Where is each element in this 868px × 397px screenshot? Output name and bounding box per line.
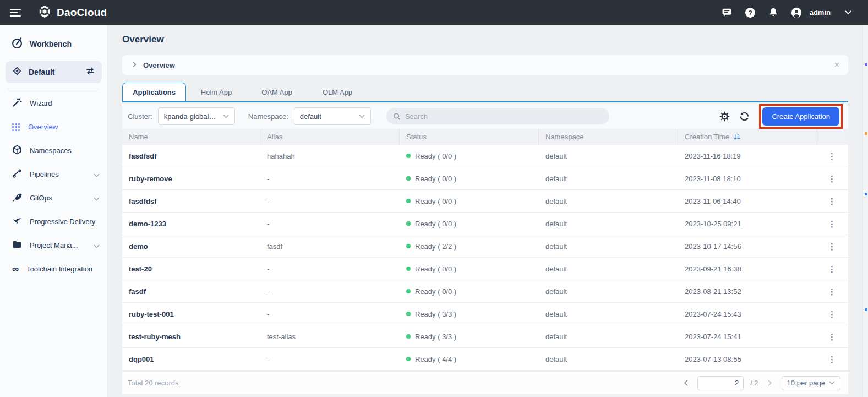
app-status: Ready ( 0/0 )	[400, 265, 539, 273]
table-row[interactable]: demo-1233 - Ready ( 0/0 ) default 2023-1…	[122, 213, 848, 235]
column-header-creation-time[interactable]: Creation Time	[678, 129, 817, 145]
close-icon[interactable]: ×	[834, 61, 839, 69]
cube-icon	[12, 145, 22, 157]
status-text: Ready ( 4/4 )	[415, 355, 456, 363]
switch-workspace-icon[interactable]	[85, 67, 95, 78]
settings-gear-icon[interactable]	[718, 110, 730, 122]
help-icon[interactable]: ?	[745, 7, 756, 18]
page-size-select[interactable]: 10 per page	[782, 376, 840, 390]
table-row[interactable]: dqp001 - Ready ( 4/4 ) default 2023-07-1…	[122, 348, 848, 371]
namespace-select[interactable]: default	[294, 107, 371, 125]
app-name[interactable]: test-20	[122, 265, 260, 273]
sidebar-item-project-management[interactable]: Project Mana...	[0, 233, 107, 257]
app-status: Ready ( 0/0 )	[400, 152, 539, 160]
create-application-button[interactable]: Create Application	[762, 107, 839, 126]
refresh-icon[interactable]	[738, 110, 750, 122]
sidebar-item-toolchain-integration[interactable]: ∞ Toolchain Integration	[0, 257, 107, 281]
kebab-menu-icon[interactable]: ⋮	[828, 287, 836, 296]
status-text: Ready ( 3/3 )	[415, 333, 456, 341]
sidebar-item-namespaces[interactable]: Namespaces	[0, 139, 107, 162]
sidebar-item-pipelines[interactable]: Pipelines	[0, 162, 107, 186]
user-menu-chevron-icon[interactable]	[843, 7, 854, 18]
column-header-alias[interactable]: Alias	[260, 129, 400, 145]
user-name[interactable]: admin	[810, 8, 831, 17]
search-box[interactable]	[386, 108, 609, 124]
kebab-menu-icon[interactable]: ⋮	[828, 220, 836, 228]
app-status: Ready ( 3/3 )	[400, 310, 539, 318]
kebab-menu-icon[interactable]: ⋮	[828, 175, 836, 183]
tab-applications[interactable]: Applications	[122, 83, 186, 101]
workbench-label: Workbench	[30, 40, 72, 48]
kebab-menu-icon[interactable]: ⋮	[828, 242, 836, 251]
table-row[interactable]: fasdf - Ready ( 0/0 ) default 2023-08-21…	[122, 280, 848, 303]
kebab-menu-icon[interactable]: ⋮	[828, 355, 836, 363]
kebab-menu-icon[interactable]: ⋮	[828, 152, 836, 160]
sidebar-item-gitops[interactable]: GitOps	[0, 186, 107, 210]
next-page-icon[interactable]	[765, 378, 775, 388]
cluster-select[interactable]: kpanda-global-clu...	[158, 107, 235, 125]
search-input[interactable]	[405, 112, 603, 121]
user-avatar[interactable]	[791, 7, 802, 18]
tab-oam-app[interactable]: OAM App	[247, 83, 307, 101]
app-name[interactable]: ruby-test-001	[122, 310, 260, 318]
sidebar-item-overview[interactable]: Overview	[0, 115, 107, 139]
chevron-down-icon	[359, 115, 365, 118]
app-name[interactable]: fasdfdsf	[122, 197, 260, 205]
table-row[interactable]: ruby-test-001 - Ready ( 3/3 ) default 20…	[122, 303, 848, 325]
app-name[interactable]: fasdf	[122, 287, 260, 296]
app-creation-time: 2023-07-24 15:43	[678, 310, 817, 318]
overview-collapse-panel[interactable]: Overview ×	[122, 55, 848, 75]
workspace-icon	[12, 66, 22, 78]
notification-bell-icon[interactable]	[768, 7, 779, 18]
kebab-menu-icon[interactable]: ⋮	[828, 265, 836, 273]
tab-olm-app[interactable]: OLM App	[307, 83, 368, 101]
chevron-down-icon	[829, 381, 835, 385]
app-alias: -	[260, 220, 400, 228]
pipeline-icon	[12, 168, 22, 181]
scrollbar[interactable]	[862, 25, 868, 397]
table-row[interactable]: test-ruby-mesh test-alias Ready ( 3/3 ) …	[122, 325, 848, 348]
page-total: / 2	[750, 379, 758, 387]
app-alias: -	[260, 265, 400, 273]
app-name[interactable]: test-ruby-mesh	[122, 333, 260, 341]
chevron-right-icon[interactable]	[131, 60, 138, 70]
status-dot	[406, 154, 411, 158]
sidebar-item-label: Namespaces	[30, 146, 72, 155]
app-creation-time: 2023-07-24 15:41	[678, 333, 817, 341]
kebab-menu-icon[interactable]: ⋮	[828, 197, 836, 205]
sidebar-item-progressive-delivery[interactable]: Progressive Delivery	[0, 210, 107, 233]
tab-helm-app[interactable]: Helm App	[186, 83, 247, 101]
app-name[interactable]: fasdfsdf	[122, 152, 260, 160]
app-status: Ready ( 0/0 )	[400, 287, 539, 296]
page-number-input[interactable]	[697, 376, 744, 390]
search-icon	[393, 112, 401, 121]
column-header-name[interactable]: Name	[122, 129, 260, 145]
table-row[interactable]: fasdfdsf - Ready ( 0/0 ) default 2023-11…	[122, 190, 848, 213]
sidebar-item-wizard[interactable]: Wizard	[0, 91, 107, 115]
app-name[interactable]: dqp001	[122, 355, 260, 363]
page-title: Overview	[122, 34, 164, 45]
table-row[interactable]: test-20 - Ready ( 0/0 ) default 2023-09-…	[122, 258, 848, 280]
message-icon[interactable]	[722, 7, 733, 18]
app-creation-time: 2023-10-25 09:21	[678, 220, 817, 228]
status-dot	[406, 176, 411, 181]
workspace-selector[interactable]: Default	[6, 61, 102, 83]
hamburger-menu-icon[interactable]	[10, 9, 21, 17]
app-name[interactable]: ruby-remove	[122, 175, 260, 183]
app-name[interactable]: demo	[122, 242, 260, 251]
sort-descending-icon[interactable]	[733, 133, 741, 140]
table-row[interactable]: ruby-remove - Ready ( 0/0 ) default 2023…	[122, 167, 848, 190]
kebab-menu-icon[interactable]: ⋮	[828, 310, 836, 318]
column-header-namespace[interactable]: Namespace	[539, 129, 678, 145]
table-row[interactable]: fasdfsdf hahahah Ready ( 0/0 ) default 2…	[122, 145, 848, 167]
app-name[interactable]: demo-1233	[122, 220, 260, 228]
previous-page-icon[interactable]	[681, 378, 691, 388]
app-alias: hahahah	[260, 152, 400, 160]
kebab-menu-icon[interactable]: ⋮	[828, 333, 836, 341]
workspace-name: Default	[29, 68, 54, 77]
app-creation-time: 2023-08-21 13:52	[678, 287, 817, 296]
column-header-status[interactable]: Status	[400, 129, 539, 145]
status-dot	[406, 334, 411, 339]
table-row[interactable]: demo fasdf Ready ( 2/2 ) default 2023-10…	[122, 235, 848, 258]
sidebar-item-workbench[interactable]: Workbench	[0, 25, 107, 61]
